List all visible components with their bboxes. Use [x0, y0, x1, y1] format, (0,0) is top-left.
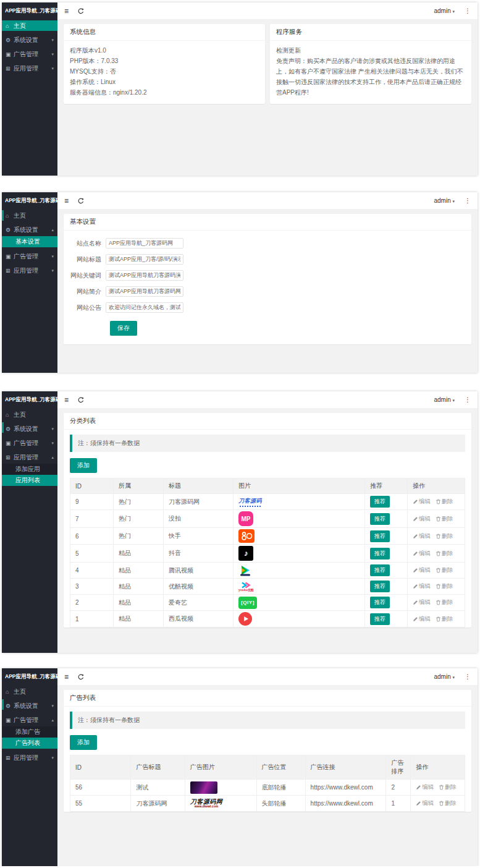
menu-toggle-icon[interactable]: ≡	[64, 7, 69, 15]
recommend-button[interactable]: 推荐	[370, 496, 390, 508]
sidebar-item-system-settings[interactable]: ⚙ 系统设置 ▾	[2, 700, 57, 711]
edit-button[interactable]: 编辑	[413, 598, 431, 606]
chevron-down-icon: ▾	[51, 66, 54, 71]
card-title: 广告列表	[64, 690, 471, 707]
add-button[interactable]: 添加	[70, 458, 97, 473]
refresh-icon[interactable]	[78, 8, 84, 14]
delete-button[interactable]: 删除	[436, 532, 453, 540]
edit-button[interactable]: 编辑	[416, 799, 434, 807]
sidebar-item-app-management[interactable]: ⊞ 应用管理 ▾	[2, 265, 57, 276]
sidebar-item-home[interactable]: ⌂ 主页	[2, 409, 57, 420]
recommend-button[interactable]: 推荐	[370, 581, 390, 592]
recommend-button[interactable]: 推荐	[370, 613, 390, 625]
more-menu-icon[interactable]: ⋮	[465, 7, 471, 14]
sidebar-subitem-ad-list[interactable]: 广告列表	[2, 738, 57, 749]
edit-label: 编辑	[419, 550, 431, 558]
recommend-button[interactable]: 推荐	[370, 597, 390, 608]
sidebar-scrollbar-thumb[interactable]	[2, 699, 4, 710]
more-menu-icon[interactable]: ⋮	[465, 673, 471, 680]
sidebar-item-app-management[interactable]: ⊞ 应用管理 ▾	[2, 752, 57, 763]
delete-label: 删除	[442, 515, 453, 523]
sidebar-item-ad-management[interactable]: ▣ 广告管理 ▴	[2, 715, 57, 725]
delete-button[interactable]: 删除	[439, 783, 457, 791]
edit-button[interactable]: 编辑	[416, 783, 434, 791]
delete-button[interactable]: 删除	[436, 498, 453, 506]
user-menu[interactable]: admin ▾	[434, 396, 455, 403]
sidebar-item-home[interactable]: ⌂ 主页	[2, 686, 57, 697]
sidebar-item-system-settings[interactable]: ⚙ 系统设置 ▾	[2, 423, 57, 434]
site-notice-field[interactable]	[106, 302, 183, 313]
recommend-button[interactable]: 推荐	[370, 564, 390, 576]
sidebar-subitem-app-list[interactable]: 应用列表	[2, 475, 57, 486]
sysinfo-php: PHP版本：7.0.33	[70, 56, 259, 66]
recommend-button[interactable]: 推荐	[370, 548, 390, 560]
sidebar-subitem-add-ad[interactable]: 添加广告	[2, 726, 57, 738]
sidebar-scrollbar-thumb[interactable]	[2, 210, 4, 221]
delete-button[interactable]: 删除	[439, 799, 457, 807]
card-title: 基本设置	[64, 214, 471, 231]
col-actions: 操作	[411, 755, 465, 780]
delete-button[interactable]: 删除	[436, 582, 453, 590]
edit-button[interactable]: 编辑	[413, 566, 431, 574]
sidebar-subitem-add-app[interactable]: 添加应用	[2, 464, 57, 475]
topbar: ≡ admin ▾ ⋮	[57, 2, 478, 19]
edit-button[interactable]: 编辑	[413, 515, 431, 523]
user-menu[interactable]: admin ▾	[434, 7, 455, 14]
site-keywords-field[interactable]	[106, 270, 183, 281]
more-menu-icon[interactable]: ⋮	[465, 396, 471, 403]
sidebar-scrollbar-thumb[interactable]	[2, 422, 4, 433]
check-update-link[interactable]: 检测更新	[276, 45, 465, 56]
edit-button[interactable]: 编辑	[413, 532, 431, 540]
site-title-field[interactable]	[106, 254, 183, 265]
user-menu[interactable]: admin ▾	[434, 197, 455, 204]
menu-toggle-icon[interactable]: ≡	[64, 197, 69, 205]
sidebar-item-system-settings[interactable]: ⚙ 系统设置 ▾	[2, 35, 57, 45]
edit-label: 编辑	[422, 799, 434, 807]
table-row: 5 精品 抖音 ♪ 推荐 编辑 删除	[70, 545, 465, 563]
sidebar-subitem-basic-settings[interactable]: 基本设置	[2, 236, 57, 247]
delete-button[interactable]: 删除	[436, 566, 453, 574]
site-description-field[interactable]	[106, 286, 183, 297]
sidebar-item-ad-management[interactable]: ▣ 广告管理 ▾	[2, 49, 57, 59]
refresh-icon[interactable]	[78, 397, 84, 403]
sidebar-item-system-settings[interactable]: ⚙ 系统设置 ▴	[2, 224, 57, 235]
delete-button[interactable]: 删除	[436, 515, 453, 523]
ad-icon: ▣	[6, 440, 14, 446]
menu-toggle-icon[interactable]: ≡	[64, 673, 69, 681]
delete-button[interactable]: 删除	[436, 615, 453, 623]
menu-toggle-icon[interactable]: ≡	[64, 396, 69, 404]
edit-button[interactable]: 编辑	[413, 498, 431, 506]
table-row: 56 测试 底部轮播 https://www.dkewl.com 2 编辑 删除	[70, 780, 465, 796]
douyin-logo: ♪	[238, 546, 253, 561]
cell-ad-title: 刀客源码网	[131, 796, 185, 812]
save-button[interactable]: 保存	[110, 321, 137, 336]
edit-button[interactable]: 编辑	[413, 550, 431, 558]
sidebar-item-ad-management[interactable]: ▣ 广告管理 ▾	[2, 251, 57, 262]
sidebar-menu: ⌂ 主页 ⚙ 系统设置 ▾ ▣ 广告管理 ▾ ⊞ 应用管理 ▾	[2, 19, 57, 74]
sidebar-item-home[interactable]: ⌂ 主页	[2, 210, 57, 221]
sidebar-item-app-management[interactable]: ⊞ 应用管理 ▴	[2, 452, 57, 462]
site-name-field[interactable]	[106, 238, 183, 249]
home-icon: ⌂	[6, 412, 14, 418]
delete-button[interactable]: 删除	[436, 550, 453, 558]
edit-button[interactable]: 编辑	[413, 582, 431, 590]
sidebar-item-home[interactable]: ⌂ 主页	[2, 20, 57, 31]
youku-logo: youku优酷	[238, 582, 254, 592]
delete-button[interactable]: 删除	[436, 598, 453, 606]
recommend-button[interactable]: 推荐	[370, 530, 390, 542]
edit-button[interactable]: 编辑	[413, 615, 431, 623]
ad-icon: ▣	[6, 253, 14, 260]
recommend-button[interactable]: 推荐	[370, 513, 390, 525]
user-menu[interactable]: admin ▾	[434, 673, 455, 680]
card-title: 系统信息	[64, 24, 265, 41]
refresh-icon[interactable]	[78, 198, 84, 204]
sidebar-item-ad-management[interactable]: ▣ 广告管理 ▾	[2, 438, 57, 448]
edit-label: 编辑	[419, 532, 431, 540]
more-menu-icon[interactable]: ⋮	[465, 197, 471, 204]
app-icon: ⊞	[6, 755, 14, 761]
sidebar: APP应用导航_刀客源码网 ⌂ 主页 ⚙ 系统设置 ▾ ▣ 广告管理 ▾ ⊞ 应…	[2, 2, 57, 176]
logo-text: MP	[242, 516, 251, 522]
add-button[interactable]: 添加	[70, 735, 97, 750]
refresh-icon[interactable]	[78, 674, 84, 680]
sidebar-item-app-management[interactable]: ⊞ 应用管理 ▾	[2, 63, 57, 74]
